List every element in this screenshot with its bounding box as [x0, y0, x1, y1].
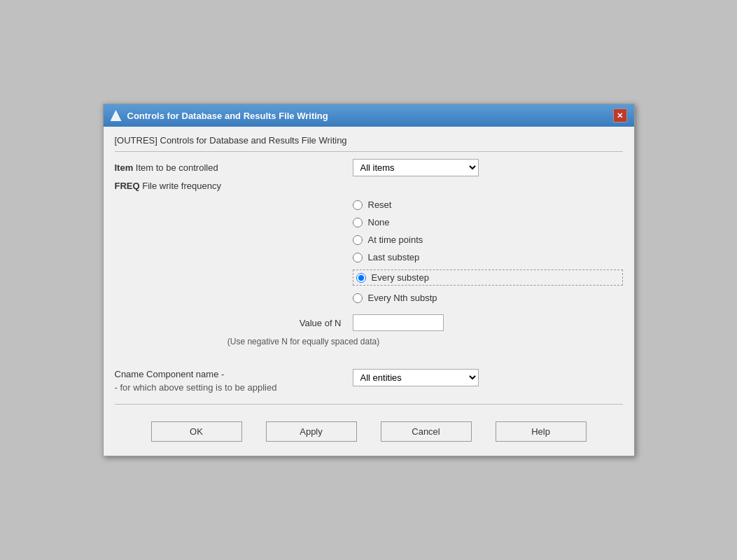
cname-labels: Cname Component name - - for which above…: [115, 369, 353, 393]
cname-sub-label: - for which above setting is to be appli…: [115, 382, 353, 393]
radio-at-time-points-label: At time points: [368, 234, 423, 245]
cname-main-label: Cname Component name -: [115, 369, 353, 379]
button-row: OK Apply Cancel Help: [115, 416, 623, 447]
close-button[interactable]: ✕: [613, 108, 627, 122]
item-desc: Item to be controlled: [133, 162, 218, 173]
radio-every-substep-input[interactable]: [356, 273, 366, 283]
title-bar: Controls for Database and Results File W…: [104, 104, 634, 127]
hint-text: (Use negative N for equally spaced data): [185, 337, 423, 346]
radio-none-input[interactable]: [353, 218, 363, 227]
cname-main-desc: Component name -: [146, 369, 224, 379]
ok-button[interactable]: OK: [151, 421, 242, 442]
app-icon: [111, 110, 122, 121]
radio-none[interactable]: None: [353, 217, 623, 227]
item-dropdown[interactable]: All items Stress Strain Displacement For…: [353, 159, 479, 176]
freq-field-row: FREQ File write frequency: [115, 181, 623, 191]
value-n-input[interactable]: [353, 314, 444, 331]
cname-code: Cname: [115, 369, 144, 379]
radio-last-substep[interactable]: Last substep: [353, 252, 623, 262]
radio-reset-input[interactable]: [353, 200, 363, 210]
radio-every-substep[interactable]: Every substep: [353, 270, 623, 286]
radio-every-nth-substp-input[interactable]: [353, 293, 363, 303]
cancel-button[interactable]: Cancel: [381, 421, 472, 442]
item-field-row: Item Item to be controlled All items Str…: [115, 159, 623, 176]
radio-at-time-points[interactable]: At time points: [353, 234, 623, 245]
item-code: Item: [115, 162, 134, 173]
cname-section: Cname Component name - - for which above…: [115, 363, 623, 393]
window-content: [OUTRES] Controls for Database and Resul…: [104, 127, 634, 456]
radio-options-group: Reset None At time points Last substep E…: [353, 200, 623, 303]
main-window: Controls for Database and Results File W…: [103, 104, 635, 456]
radio-none-label: None: [368, 217, 390, 227]
value-n-label: Value of N: [185, 318, 353, 328]
apply-button[interactable]: Apply: [266, 421, 357, 442]
radio-at-time-points-input[interactable]: [353, 235, 363, 245]
radio-last-substep-input[interactable]: [353, 253, 363, 262]
radio-reset-label: Reset: [368, 200, 392, 210]
divider: [115, 404, 623, 405]
help-button[interactable]: Help: [496, 421, 587, 442]
radio-every-nth-substp-label: Every Nth substp: [368, 293, 437, 303]
radio-reset[interactable]: Reset: [353, 200, 623, 210]
item-field-label: Item Item to be controlled: [115, 162, 353, 173]
radio-every-substep-label: Every substep: [372, 272, 429, 283]
cname-dropdown[interactable]: All entities Entity 1 Entity 2: [353, 369, 479, 386]
radio-every-nth-substp[interactable]: Every Nth substp: [353, 293, 623, 303]
freq-desc: File write frequency: [140, 181, 221, 191]
freq-code: FREQ: [115, 181, 140, 191]
cname-row: Cname Component name - - for which above…: [115, 369, 623, 393]
freq-field-label: FREQ File write frequency: [115, 181, 353, 191]
description-text: [OUTRES] Controls for Database and Resul…: [115, 135, 623, 152]
value-n-row: Value of N: [185, 314, 623, 331]
window-title: Controls for Database and Results File W…: [127, 111, 328, 121]
title-bar-left: Controls for Database and Results File W…: [111, 110, 328, 121]
radio-last-substep-label: Last substep: [368, 252, 420, 262]
